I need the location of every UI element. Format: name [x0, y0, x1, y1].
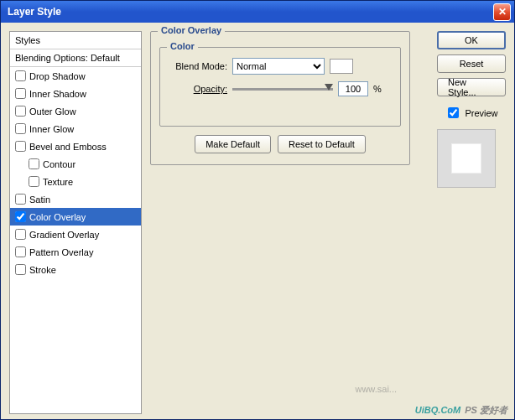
- opacity-label: Opacity:: [169, 84, 227, 94]
- blend-mode-label: Blend Mode:: [169, 61, 227, 71]
- blending-options-row[interactable]: Blending Options: Default: [10, 49, 141, 67]
- style-checkbox[interactable]: [15, 123, 26, 134]
- titlebar: Layer Style ✕: [1, 1, 514, 23]
- color-group: Color Blend Mode: Normal Opacity:: [159, 47, 401, 127]
- slider-thumb-icon[interactable]: [325, 84, 333, 91]
- right-panel: OK Reset New Style... Preview: [437, 31, 506, 414]
- color-overlay-group: Color Overlay Color Blend Mode: Normal O…: [150, 31, 410, 165]
- style-label: Stroke: [29, 265, 56, 275]
- style-checkbox[interactable]: [29, 176, 39, 187]
- style-label: Pattern Overlay: [29, 247, 93, 257]
- opacity-slider[interactable]: [232, 88, 333, 91]
- style-checkbox[interactable]: [15, 229, 26, 240]
- style-checkbox[interactable]: [15, 211, 26, 222]
- opacity-row: Opacity: %: [169, 81, 392, 96]
- style-label: Inner Glow: [29, 124, 74, 134]
- style-checkbox[interactable]: [15, 106, 26, 117]
- style-checkbox[interactable]: [15, 88, 26, 99]
- style-label: Gradient Overlay: [29, 230, 99, 240]
- style-checkbox[interactable]: [15, 246, 26, 257]
- style-label: Inner Shadow: [29, 89, 86, 99]
- color-group-title: Color: [167, 41, 198, 51]
- style-label: Texture: [43, 177, 73, 187]
- preview-checkbox[interactable]: [448, 107, 459, 118]
- styles-list: Drop ShadowInner ShadowOuter GlowInner G…: [10, 67, 141, 278]
- style-label: Drop Shadow: [29, 71, 86, 81]
- style-item-bevel-and-emboss[interactable]: Bevel and Emboss: [10, 137, 141, 155]
- opacity-unit: %: [373, 84, 382, 94]
- style-checkbox[interactable]: [15, 70, 26, 81]
- reset-button[interactable]: Reset: [437, 54, 506, 73]
- preview-box: [437, 129, 496, 188]
- styles-header[interactable]: Styles: [10, 32, 141, 49]
- style-label: Outer Glow: [29, 106, 76, 117]
- style-item-satin[interactable]: Satin: [10, 190, 141, 208]
- preview-swatch: [451, 143, 481, 174]
- style-item-color-overlay[interactable]: Color Overlay: [10, 208, 141, 226]
- style-item-inner-glow[interactable]: Inner Glow: [10, 120, 141, 137]
- style-item-gradient-overlay[interactable]: Gradient Overlay: [10, 226, 141, 243]
- style-checkbox[interactable]: [15, 194, 26, 205]
- color-swatch[interactable]: [330, 59, 353, 74]
- style-checkbox[interactable]: [15, 264, 26, 275]
- reset-to-default-button[interactable]: Reset to Default: [278, 135, 366, 153]
- default-buttons-row: Make Default Reset to Default: [159, 135, 401, 153]
- style-item-inner-shadow[interactable]: Inner Shadow: [10, 85, 141, 102]
- blend-mode-row: Blend Mode: Normal: [169, 58, 392, 75]
- style-label: Satin: [29, 194, 50, 205]
- close-button[interactable]: ✕: [493, 3, 511, 21]
- style-label: Color Overlay: [29, 212, 86, 222]
- style-item-texture[interactable]: Texture: [10, 173, 141, 190]
- preview-label: Preview: [465, 108, 497, 118]
- ok-button[interactable]: OK: [437, 31, 506, 49]
- preview-row: Preview: [437, 105, 506, 121]
- style-item-pattern-overlay[interactable]: Pattern Overlay: [10, 243, 141, 261]
- style-item-outer-glow[interactable]: Outer Glow: [10, 102, 141, 120]
- style-item-drop-shadow[interactable]: Drop Shadow: [10, 67, 141, 85]
- group-title: Color Overlay: [158, 25, 225, 35]
- new-style-button[interactable]: New Style...: [437, 78, 506, 96]
- style-item-contour[interactable]: Contour: [10, 155, 141, 173]
- style-item-stroke[interactable]: Stroke: [10, 261, 141, 278]
- blend-mode-select[interactable]: Normal: [232, 58, 325, 75]
- window-title: Layer Style: [4, 6, 493, 18]
- layer-style-window: Layer Style ✕ Styles Blending Options: D…: [0, 0, 515, 420]
- dialog-body: Styles Blending Options: Default Drop Sh…: [1, 23, 514, 419]
- style-label: Contour: [43, 159, 75, 169]
- opacity-input[interactable]: [338, 81, 368, 96]
- make-default-button[interactable]: Make Default: [195, 135, 271, 153]
- main-panel: Color Overlay Color Blend Mode: Normal O…: [150, 31, 429, 414]
- styles-panel: Styles Blending Options: Default Drop Sh…: [9, 31, 142, 414]
- style-label: Bevel and Emboss: [29, 142, 107, 152]
- style-checkbox[interactable]: [15, 141, 26, 152]
- style-checkbox[interactable]: [29, 158, 39, 169]
